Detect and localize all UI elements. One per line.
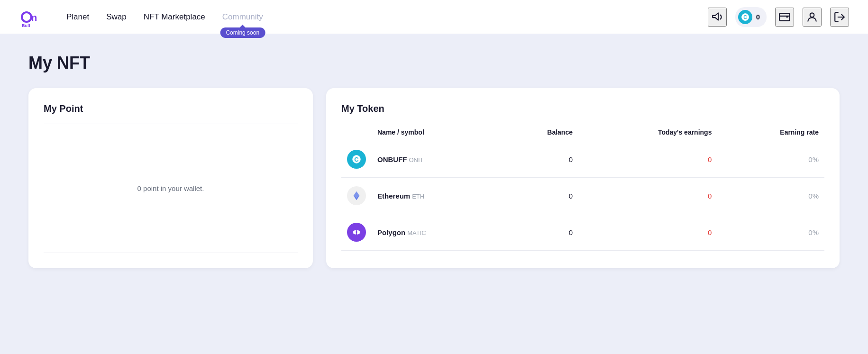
token-rate-polygon: 0% — [717, 214, 824, 251]
token-balance-ethereum: 0 — [500, 178, 578, 214]
svg-text:C: C — [354, 156, 358, 163]
token-logo-polygon — [347, 223, 366, 242]
token-earnings-ethereum: 0 — [578, 178, 717, 214]
token-name-cell-polygon: PolygonMATIC — [372, 214, 500, 251]
token-earnings-polygon: 0 — [578, 214, 717, 251]
header-actions: C 0 — [708, 7, 849, 27]
cards-row: My Point 0 point in your wallet. My Toke… — [28, 88, 840, 268]
coming-soon-tooltip: Coming soon — [220, 27, 265, 38]
header: n Buff Planet Swap NFT Marketplace Commu… — [0, 0, 868, 34]
svg-text:Buff: Buff — [22, 23, 31, 28]
logo[interactable]: n Buff — [19, 5, 44, 29]
wallet-button[interactable] — [775, 8, 794, 27]
token-name-cell-ethereum: EthereumETH — [372, 178, 500, 214]
my-point-card-title: My Point — [44, 103, 298, 114]
token-table: Name / symbol Balance Today's earnings E… — [341, 124, 824, 251]
main-nav: Planet Swap NFT Marketplace Community Co… — [66, 12, 708, 22]
my-token-card: My Token Name / symbol Balance Today's e… — [326, 88, 840, 268]
token-earnings-onbuff: 0 — [578, 141, 717, 178]
token-balance-polygon: 0 — [500, 214, 578, 251]
point-card-top-divider — [44, 124, 298, 124]
token-symbol: ETH — [412, 193, 424, 200]
token-logo-cell-onbuff: C — [341, 141, 372, 178]
token-row: EthereumETH000% — [341, 178, 824, 214]
col-header-earnings: Today's earnings — [578, 124, 717, 141]
my-token-card-title: My Token — [341, 103, 824, 114]
col-header-icon — [341, 124, 372, 141]
token-symbol: MATIC — [407, 229, 426, 236]
token-row: PolygonMATIC000% — [341, 214, 824, 251]
token-logo-ethereum — [347, 186, 366, 205]
main-content: My NFT My Point 0 point in your wallet. … — [0, 34, 868, 287]
token-name: Ethereum — [377, 192, 410, 200]
point-card-bottom-divider — [44, 253, 298, 253]
user-profile-button[interactable] — [803, 8, 822, 27]
token-logo-onbuff: C — [347, 150, 366, 169]
col-header-balance: Balance — [500, 124, 578, 141]
page-title: My NFT — [28, 53, 840, 73]
svg-point-7 — [810, 13, 814, 17]
nav-item-nft-marketplace[interactable]: NFT Marketplace — [144, 12, 205, 22]
token-row: CONBUFFONIT000% — [341, 141, 824, 178]
points-badge[interactable]: C 0 — [735, 7, 767, 27]
svg-text:n: n — [31, 12, 37, 23]
logout-button[interactable] — [830, 8, 849, 27]
nav-item-planet[interactable]: Planet — [66, 12, 89, 22]
svg-text:C: C — [743, 14, 747, 19]
token-table-header-row: Name / symbol Balance Today's earnings E… — [341, 124, 824, 141]
point-empty-message: 0 point in your wallet. — [44, 134, 298, 243]
token-name: Polygon — [377, 228, 405, 236]
token-name-cell-onbuff: ONBUFFONIT — [372, 141, 500, 178]
token-rate-ethereum: 0% — [717, 178, 824, 214]
token-rate-onbuff: 0% — [717, 141, 824, 178]
col-header-rate: Earning rate — [717, 124, 824, 141]
points-icon: C — [738, 10, 752, 24]
token-balance-onbuff: 0 — [500, 141, 578, 178]
token-logo-cell-polygon — [341, 214, 372, 251]
token-name: ONBUFF — [377, 155, 407, 163]
points-count: 0 — [756, 13, 760, 21]
col-header-name: Name / symbol — [372, 124, 500, 141]
nav-item-swap[interactable]: Swap — [106, 12, 127, 22]
svg-rect-6 — [779, 13, 790, 20]
my-point-card: My Point 0 point in your wallet. — [28, 88, 313, 268]
token-logo-cell-ethereum — [341, 178, 372, 214]
nav-item-community-wrapper: Community Coming soon — [222, 12, 263, 22]
announcement-button[interactable] — [708, 8, 727, 27]
token-symbol: ONIT — [409, 156, 424, 163]
nav-item-community[interactable]: Community — [222, 12, 263, 21]
